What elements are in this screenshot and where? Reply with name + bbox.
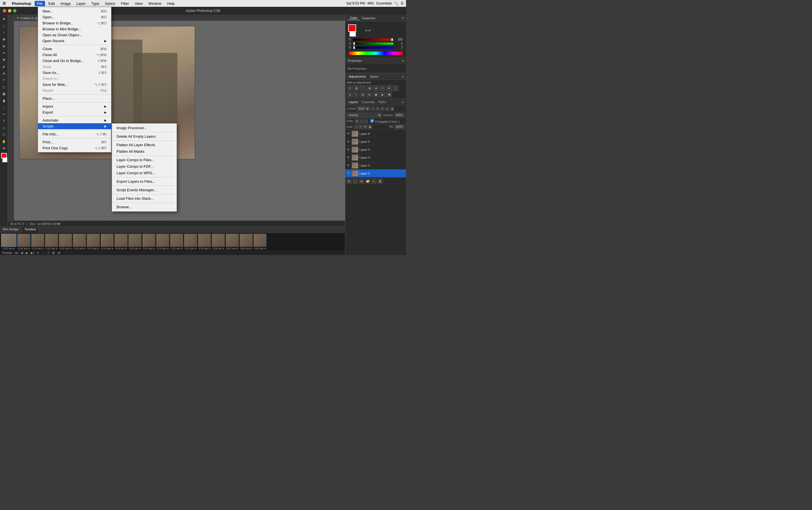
propagate-checkbox[interactable] — [370, 119, 374, 123]
hsl-adj-btn[interactable]: ⬡ — [380, 85, 385, 91]
channels-tab[interactable]: Channels — [360, 100, 376, 104]
bw-adj-btn[interactable]: ⬛ — [393, 85, 398, 91]
frame-8[interactable]: 0.02 sec.▾ — [100, 234, 114, 250]
layer-2-eye[interactable]: 👁 — [346, 163, 350, 168]
menubar-image[interactable]: Image — [58, 1, 73, 6]
color-reset[interactable]: ⊕ ⇄ — [365, 28, 371, 32]
menu-save-web[interactable]: Save for Web... ⌥⇧⌘S — [38, 82, 111, 88]
menu-export[interactable]: Export ▶ — [38, 109, 111, 115]
scripts-browse[interactable]: Browse... — [112, 204, 177, 210]
menu-place[interactable]: Place... — [38, 95, 111, 101]
filter-smart-btn[interactable]: ◈ — [390, 107, 394, 111]
swatches-tab[interactable]: Swatches — [359, 17, 378, 20]
frame-18[interactable]: 0.02 sec.▾ — [239, 234, 253, 250]
color-spectrum[interactable] — [349, 52, 403, 55]
menubar-help[interactable]: Help — [165, 1, 177, 6]
brightness-adj-btn[interactable]: ☀ — [347, 85, 353, 91]
loop-btn[interactable]: ↻ — [36, 251, 40, 254]
status-icon[interactable]: ⊙ — [22, 222, 24, 226]
threshold-adj-btn[interactable]: ▶ — [380, 92, 385, 97]
gradient-tool[interactable]: ▦ — [1, 91, 7, 97]
levels-adj-btn[interactable]: ▤ — [353, 85, 359, 91]
colorlookup-adj-btn[interactable]: ⊞ — [360, 92, 366, 97]
eraser-tool[interactable]: ◻ — [1, 84, 7, 90]
add-style-btn[interactable]: ⊛ — [346, 179, 352, 184]
invert-adj-btn[interactable]: ⊟ — [367, 92, 372, 97]
menu-import[interactable]: Import ▶ — [38, 103, 111, 109]
layer-4-eye[interactable]: 👁 — [346, 148, 350, 152]
menubar-layer[interactable]: Layer — [74, 1, 88, 6]
layer-row-4[interactable]: 👁 Layer 4 — [345, 146, 406, 154]
foreground-color-swatch[interactable] — [348, 24, 356, 32]
move-tool[interactable]: ✥ — [1, 16, 7, 22]
menubar-edit[interactable]: Edit — [46, 1, 57, 6]
menubar-filter[interactable]: Filter — [118, 1, 131, 6]
maximize-button[interactable] — [13, 9, 17, 12]
layer-row-3[interactable]: 👁 Layer 3 — [345, 154, 406, 161]
scripts-load-files-stack[interactable]: Load Files into Stack... — [112, 195, 177, 202]
vibrance-adj-btn[interactable]: ◈ — [373, 85, 379, 91]
menu-new[interactable]: New... ⌘N — [38, 8, 111, 14]
tween-btn[interactable]: … — [41, 251, 46, 254]
frame-16[interactable]: 0.02 sec.▾ — [212, 234, 225, 250]
kind-select[interactable]: Kind — [356, 106, 370, 111]
adjustments-tab[interactable]: Adjustments — [348, 75, 367, 78]
unify-pos-btn[interactable]: ⊕ — [355, 119, 359, 123]
frame-19[interactable]: 0.02 sec.▾ — [254, 234, 266, 250]
frame-17[interactable]: 0.02 sec.▾ — [226, 234, 239, 250]
layer-1-eye[interactable]: 👁 — [346, 172, 350, 175]
filter-type-btn[interactable]: T — [380, 107, 384, 111]
scripts-events-manager[interactable]: Script Events Manager... — [112, 187, 177, 193]
scripts-export-layers[interactable]: Export Layers to Files... — [112, 178, 177, 185]
pen-tool[interactable]: ✑ — [1, 111, 7, 117]
scripts-layer-comps-wpg[interactable]: Layer Comps to WPG... — [112, 170, 177, 176]
exposure-adj-btn[interactable]: ◑ — [367, 85, 372, 91]
unify-visibility-btn[interactable]: ○ — [364, 119, 368, 123]
brush-tool[interactable]: 🖌 — [1, 63, 7, 70]
selective-color-adj-btn[interactable]: ⬔ — [386, 92, 392, 97]
quick-select-tool[interactable]: ⚡ — [1, 36, 7, 42]
paths-tab[interactable]: Paths — [377, 100, 387, 104]
new-frame-btn[interactable]: + — [47, 251, 50, 254]
menubar-file[interactable]: File — [35, 1, 45, 6]
search-icon[interactable]: 🔍 — [394, 1, 398, 5]
step-forward-btn[interactable]: ▶| — [30, 251, 35, 254]
lock-move-btn[interactable]: ✥ — [364, 125, 368, 129]
clone-tool[interactable]: ⊛ — [1, 70, 7, 77]
add-adjustment-btn[interactable]: ⊕ — [359, 179, 364, 184]
lock-all-btn[interactable]: 🔒 — [368, 125, 372, 129]
apple-icon[interactable]: ⌘ — [2, 1, 6, 6]
properties-options-icon[interactable]: ≡ — [402, 59, 404, 62]
close-button[interactable] — [3, 9, 6, 12]
menu-open[interactable]: Open... ⌘O — [38, 14, 111, 20]
frame-1[interactable]: 0.02 sec.▾ — [1, 234, 17, 250]
scripts-layer-comps-pdf[interactable]: Layer Comps to PDF... — [112, 163, 177, 170]
scripts-delete-empty-layers[interactable]: Delete All Empty Layers — [112, 133, 177, 140]
menu-browse-mini-bridge[interactable]: Browse in Mini Bridge... — [38, 26, 111, 32]
menu-automate[interactable]: Automate ▶ — [38, 117, 111, 123]
lock-transparent-btn[interactable]: ⬚ — [354, 125, 358, 129]
shape-tool[interactable]: ⬡ — [1, 131, 7, 138]
dodge-tool[interactable]: ○ — [1, 104, 7, 111]
g-slider[interactable] — [353, 42, 394, 45]
b-slider[interactable] — [353, 47, 394, 49]
play-beginning-btn[interactable]: ⏮ — [14, 251, 19, 254]
layer-6-eye[interactable]: 👁 — [346, 132, 350, 136]
menu-close[interactable]: Close ⌘W — [38, 46, 111, 52]
frame-13[interactable]: 0.02 sec.▾ — [170, 234, 183, 250]
menu-browse-bridge[interactable]: Browse in Bridge... ⌥⌘O — [38, 20, 111, 26]
play-btn[interactable]: ▶ — [25, 251, 29, 254]
unify-paintbucket-btn[interactable]: ⬚ — [359, 119, 364, 123]
zoom-tool[interactable]: ⊕ — [1, 145, 7, 151]
frame-2[interactable]: 0.02 sec.▾ — [17, 234, 30, 250]
layers-tab[interactable]: Layers — [348, 100, 359, 104]
channel-mixer-adj-btn[interactable]: ≈ — [353, 92, 359, 97]
hand-tool[interactable]: ✋ — [1, 138, 7, 145]
scripts-flatten-masks[interactable]: Flatten All Masks — [112, 148, 177, 155]
menubar-workspace[interactable]: Essentials — [376, 1, 392, 5]
lock-brush-btn[interactable]: ✒ — [359, 125, 363, 129]
path-tool[interactable]: ▷ — [1, 125, 7, 131]
fill-input[interactable] — [395, 125, 405, 129]
new-layer-btn[interactable]: + — [371, 179, 377, 184]
mini-bridge-tab[interactable]: Mini Bridge — [0, 227, 22, 233]
